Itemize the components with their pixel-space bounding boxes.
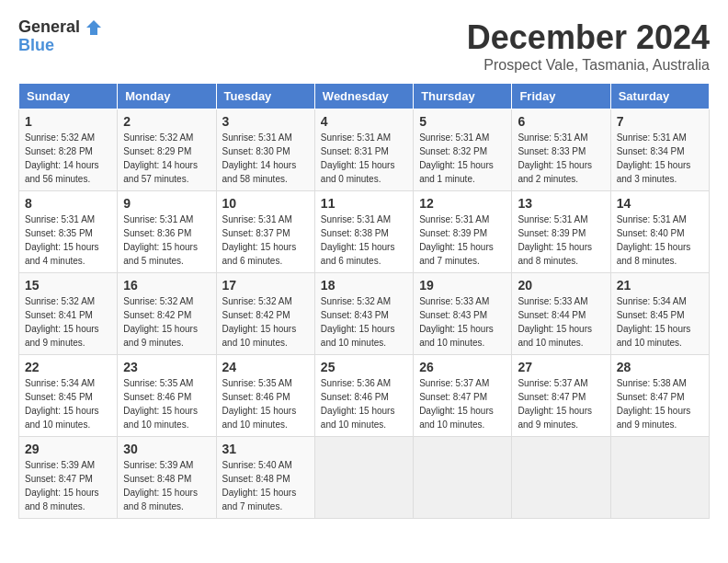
calendar-cell: 29Sunrise: 5:39 AMSunset: 8:47 PMDayligh… bbox=[19, 437, 118, 519]
logo: General Blue bbox=[18, 18, 103, 55]
header-monday: Monday bbox=[118, 84, 216, 109]
calendar-cell: 15Sunrise: 5:32 AMSunset: 8:41 PMDayligh… bbox=[19, 273, 118, 355]
day-info: Sunrise: 5:37 AMSunset: 8:47 PMDaylight:… bbox=[518, 376, 604, 431]
day-info: Sunrise: 5:31 AMSunset: 8:34 PMDaylight:… bbox=[617, 131, 703, 186]
calendar-row-4: 22Sunrise: 5:34 AMSunset: 8:45 PMDayligh… bbox=[19, 355, 710, 437]
header-thursday: Thursday bbox=[414, 84, 512, 109]
day-info: Sunrise: 5:35 AMSunset: 8:46 PMDaylight:… bbox=[123, 376, 210, 431]
day-number: 2 bbox=[123, 114, 210, 129]
calendar-cell: 6Sunrise: 5:31 AMSunset: 8:33 PMDaylight… bbox=[512, 109, 610, 191]
day-info: Sunrise: 5:40 AMSunset: 8:48 PMDaylight:… bbox=[222, 458, 309, 513]
calendar-cell: 8Sunrise: 5:31 AMSunset: 8:35 PMDaylight… bbox=[19, 191, 118, 273]
logo-general: General bbox=[18, 18, 103, 37]
day-info: Sunrise: 5:33 AMSunset: 8:43 PMDaylight:… bbox=[419, 294, 506, 350]
day-info: Sunrise: 5:34 AMSunset: 8:45 PMDaylight:… bbox=[25, 376, 111, 431]
calendar-cell: 21Sunrise: 5:34 AMSunset: 8:45 PMDayligh… bbox=[610, 273, 709, 355]
calendar-cell: 18Sunrise: 5:32 AMSunset: 8:43 PMDayligh… bbox=[314, 273, 413, 355]
day-number: 5 bbox=[419, 114, 506, 129]
day-info: Sunrise: 5:31 AMSunset: 8:39 PMDaylight:… bbox=[419, 213, 506, 268]
title-section: December 2024 Prospect Vale, Tasmania, A… bbox=[467, 18, 710, 74]
svg-marker-0 bbox=[86, 20, 101, 35]
day-number: 22 bbox=[25, 360, 111, 374]
day-info: Sunrise: 5:32 AMSunset: 8:43 PMDaylight:… bbox=[321, 294, 407, 350]
calendar-cell: 25Sunrise: 5:36 AMSunset: 8:46 PMDayligh… bbox=[314, 355, 413, 437]
header-friday: Friday bbox=[512, 84, 610, 109]
day-info: Sunrise: 5:31 AMSunset: 8:36 PMDaylight:… bbox=[123, 213, 210, 268]
day-number: 8 bbox=[25, 196, 111, 211]
day-info: Sunrise: 5:32 AMSunset: 8:42 PMDaylight:… bbox=[222, 294, 309, 350]
day-number: 30 bbox=[123, 442, 210, 456]
day-info: Sunrise: 5:32 AMSunset: 8:29 PMDaylight:… bbox=[123, 131, 210, 186]
month-title: December 2024 bbox=[467, 18, 710, 57]
calendar-cell: 1Sunrise: 5:32 AMSunset: 8:28 PMDaylight… bbox=[19, 109, 118, 191]
header-wednesday: Wednesday bbox=[314, 84, 413, 109]
day-info: Sunrise: 5:39 AMSunset: 8:47 PMDaylight:… bbox=[25, 458, 111, 513]
calendar-cell: 9Sunrise: 5:31 AMSunset: 8:36 PMDaylight… bbox=[118, 191, 216, 273]
day-number: 4 bbox=[321, 114, 407, 129]
page-header: General Blue December 2024 Prospect Vale… bbox=[18, 18, 710, 74]
header-sunday: Sunday bbox=[19, 84, 118, 109]
day-number: 29 bbox=[25, 442, 111, 456]
day-number: 12 bbox=[419, 196, 506, 211]
day-number: 16 bbox=[123, 278, 210, 293]
calendar-cell: 23Sunrise: 5:35 AMSunset: 8:46 PMDayligh… bbox=[118, 355, 216, 437]
calendar-cell: 20Sunrise: 5:33 AMSunset: 8:44 PMDayligh… bbox=[512, 273, 610, 355]
day-info: Sunrise: 5:31 AMSunset: 8:30 PMDaylight:… bbox=[222, 131, 309, 186]
day-info: Sunrise: 5:32 AMSunset: 8:28 PMDaylight:… bbox=[25, 131, 111, 186]
calendar-row-3: 15Sunrise: 5:32 AMSunset: 8:41 PMDayligh… bbox=[19, 273, 710, 355]
day-info: Sunrise: 5:31 AMSunset: 8:37 PMDaylight:… bbox=[222, 213, 309, 268]
calendar-row-5: 29Sunrise: 5:39 AMSunset: 8:47 PMDayligh… bbox=[19, 437, 710, 519]
calendar-cell bbox=[314, 437, 413, 519]
day-number: 28 bbox=[617, 360, 703, 374]
day-number: 17 bbox=[222, 278, 309, 293]
calendar-cell: 13Sunrise: 5:31 AMSunset: 8:39 PMDayligh… bbox=[512, 191, 610, 273]
calendar-cell: 19Sunrise: 5:33 AMSunset: 8:43 PMDayligh… bbox=[414, 273, 512, 355]
calendar-cell bbox=[610, 437, 709, 519]
day-number: 14 bbox=[617, 196, 703, 211]
day-number: 21 bbox=[617, 278, 703, 293]
day-number: 25 bbox=[321, 360, 407, 374]
calendar-cell: 22Sunrise: 5:34 AMSunset: 8:45 PMDayligh… bbox=[19, 355, 118, 437]
day-info: Sunrise: 5:31 AMSunset: 8:31 PMDaylight:… bbox=[321, 131, 407, 186]
calendar-cell: 2Sunrise: 5:32 AMSunset: 8:29 PMDaylight… bbox=[118, 109, 216, 191]
day-number: 23 bbox=[123, 360, 210, 374]
day-number: 15 bbox=[25, 278, 111, 293]
day-info: Sunrise: 5:37 AMSunset: 8:47 PMDaylight:… bbox=[419, 376, 506, 431]
day-info: Sunrise: 5:32 AMSunset: 8:41 PMDaylight:… bbox=[25, 294, 111, 350]
day-number: 24 bbox=[222, 360, 309, 374]
calendar-cell bbox=[414, 437, 512, 519]
location: Prospect Vale, Tasmania, Australia bbox=[467, 57, 710, 74]
calendar-cell: 4Sunrise: 5:31 AMSunset: 8:31 PMDaylight… bbox=[314, 109, 413, 191]
day-info: Sunrise: 5:31 AMSunset: 8:33 PMDaylight:… bbox=[518, 131, 604, 186]
day-number: 26 bbox=[419, 360, 506, 374]
day-number: 13 bbox=[518, 196, 604, 211]
day-number: 11 bbox=[321, 196, 407, 211]
calendar-row-2: 8Sunrise: 5:31 AMSunset: 8:35 PMDaylight… bbox=[19, 191, 710, 273]
calendar-cell bbox=[512, 437, 610, 519]
day-info: Sunrise: 5:31 AMSunset: 8:38 PMDaylight:… bbox=[321, 213, 407, 268]
calendar-cell: 16Sunrise: 5:32 AMSunset: 8:42 PMDayligh… bbox=[118, 273, 216, 355]
day-number: 18 bbox=[321, 278, 407, 293]
day-number: 31 bbox=[222, 442, 309, 456]
header-saturday: Saturday bbox=[610, 84, 709, 109]
calendar-cell: 26Sunrise: 5:37 AMSunset: 8:47 PMDayligh… bbox=[414, 355, 512, 437]
calendar-cell: 12Sunrise: 5:31 AMSunset: 8:39 PMDayligh… bbox=[414, 191, 512, 273]
calendar-cell: 14Sunrise: 5:31 AMSunset: 8:40 PMDayligh… bbox=[610, 191, 709, 273]
day-number: 3 bbox=[222, 114, 309, 129]
day-number: 7 bbox=[617, 114, 703, 129]
calendar-row-1: 1Sunrise: 5:32 AMSunset: 8:28 PMDaylight… bbox=[19, 109, 710, 191]
day-info: Sunrise: 5:31 AMSunset: 8:39 PMDaylight:… bbox=[518, 213, 604, 268]
header-row: Sunday Monday Tuesday Wednesday Thursday… bbox=[19, 84, 710, 109]
calendar-cell: 3Sunrise: 5:31 AMSunset: 8:30 PMDaylight… bbox=[216, 109, 314, 191]
calendar-table: Sunday Monday Tuesday Wednesday Thursday… bbox=[18, 83, 710, 519]
day-info: Sunrise: 5:35 AMSunset: 8:46 PMDaylight:… bbox=[222, 376, 309, 431]
logo-text: General Blue bbox=[18, 18, 103, 55]
day-info: Sunrise: 5:36 AMSunset: 8:46 PMDaylight:… bbox=[321, 376, 407, 431]
day-info: Sunrise: 5:34 AMSunset: 8:45 PMDaylight:… bbox=[617, 294, 703, 350]
day-info: Sunrise: 5:33 AMSunset: 8:44 PMDaylight:… bbox=[518, 294, 604, 350]
day-info: Sunrise: 5:31 AMSunset: 8:40 PMDaylight:… bbox=[617, 213, 703, 268]
day-number: 9 bbox=[123, 196, 210, 211]
day-number: 27 bbox=[518, 360, 604, 374]
calendar-cell: 30Sunrise: 5:39 AMSunset: 8:48 PMDayligh… bbox=[118, 437, 216, 519]
header-tuesday: Tuesday bbox=[216, 84, 314, 109]
